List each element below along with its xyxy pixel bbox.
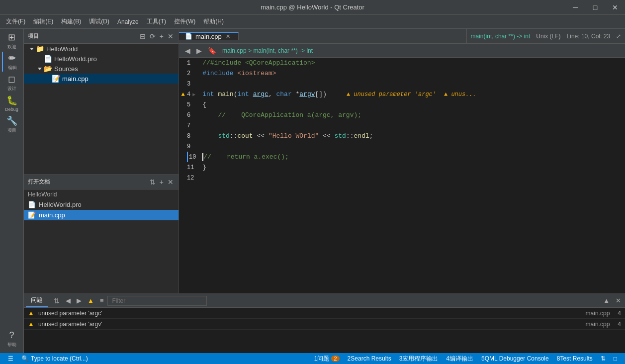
line-num-1: 1 (187, 58, 192, 68)
issue-line-argc: 4 (618, 310, 621, 317)
menu-build[interactable]: 构建(B) (57, 15, 85, 28)
code-line-12 (202, 173, 621, 183)
qml-tab-num: 5 (481, 355, 485, 362)
activity-project[interactable]: 🔧 项目 (2, 114, 22, 134)
activity-design[interactable]: ◻ 设计 (2, 73, 22, 92)
statusbar-menu-toggle[interactable]: ☰ (4, 353, 17, 364)
titlebar-title: main.cpp @ HelloWorld - Qt Creator (261, 3, 364, 11)
menu-file[interactable]: 文件(F) (2, 15, 29, 28)
open-documents-list: HelloWorld 📄 HelloWorld.pro 📝 main.cpp (24, 189, 179, 220)
activity-edit[interactable]: ✏ 编辑 (2, 52, 22, 72)
editor-expand-icon[interactable]: ⤢ (616, 33, 621, 40)
code-content[interactable]: //#include <QCoreApplication> #include <… (198, 58, 625, 293)
editor-tabs-bar: 📄 main.cpp ✕ main(int, char **) -> int U… (179, 29, 625, 44)
statusbar-right-square[interactable]: □ (610, 353, 621, 364)
open-doc-pro-icon: 📄 (28, 201, 36, 208)
tree-item-sources[interactable]: 📂 Sources (24, 64, 179, 74)
tree-item-helloworld[interactable]: 📁 HelloWorld (24, 44, 179, 54)
statusbar-tab-compout[interactable]: 4 编译输出 (442, 353, 477, 364)
code-line-8: std::cout << "Hello WOrld" << std::endl; (202, 131, 621, 141)
code-line-3 (202, 79, 621, 89)
issue-line-argv: 4 (618, 321, 621, 328)
open-docs-close-icon[interactable]: ✕ (167, 177, 175, 187)
nav-forward-button[interactable]: ▶ (194, 46, 204, 56)
issues-filter-input[interactable] (107, 296, 207, 306)
issues-warning-icon[interactable]: ▲ (86, 296, 96, 305)
menu-debug[interactable]: 调试(D) (85, 15, 113, 28)
open-documents-panel: 打开文档 ⇅ + ✕ HelloWorld 📄 Hell (24, 174, 179, 293)
maximize-button[interactable]: □ (585, 0, 605, 15)
open-docs-project-name: HelloWorld (28, 191, 57, 198)
statusbar-right-arrows[interactable]: ⇅ (597, 353, 610, 364)
issues-next-icon[interactable]: ▶ (75, 296, 84, 305)
issues-filter-toggle-icon[interactable]: ≡ (98, 296, 106, 305)
edit-icon: ✏ (8, 53, 16, 64)
test-tab-label: Test Results (560, 355, 592, 362)
issue-row-argv[interactable]: ▲ unused parameter 'argv' main.cpp 4 (24, 319, 625, 330)
nav-back-button[interactable]: ◀ (183, 46, 192, 56)
status-right: 1 问题 2 2 Search Results 3 应用程序输出 4 编译输出 … (310, 353, 621, 364)
pro-file-icon: 📄 (44, 55, 52, 63)
sidebar-add-icon[interactable]: + (159, 31, 165, 41)
editor-toolbar: ◀ ▶ 🔖 main.cpp > main(int, char **) -> i… (179, 44, 625, 58)
debug-icon: 🐛 (6, 95, 17, 106)
open-docs-sort-icon[interactable]: ⇅ (149, 177, 157, 187)
activity-debug[interactable]: 🐛 Debug (2, 93, 22, 113)
issues-prev-icon[interactable]: ◀ (64, 296, 73, 305)
menu-tools[interactable]: 工具(T) (143, 15, 170, 28)
open-doc-maincpp[interactable]: 📝 main.cpp (24, 210, 179, 220)
activity-help[interactable]: ? 帮助 (2, 329, 22, 349)
open-doc-helloworld-pro[interactable]: 📄 HelloWorld.pro (24, 199, 179, 210)
minimize-button[interactable]: ─ (565, 0, 585, 15)
gutter: ▲ 1 ▲ 2 ▲ 3 (179, 58, 198, 293)
statusbar-tab-appout[interactable]: 3 应用程序输出 (395, 353, 443, 364)
line-num-12: 12 (187, 173, 196, 183)
panel-tabs: 问题 ⇅ ◀ ▶ ▲ ≡ ▲ ✕ (24, 294, 625, 308)
issue-message-argv: unused parameter 'argv' (38, 321, 102, 328)
top-pane: 项目 ⊟ ⟳ + ✕ 📁 HelloWorld (24, 29, 625, 293)
tree-item-helloworld-pro[interactable]: 📄 HelloWorld.pro (24, 54, 179, 64)
menu-edit[interactable]: 编辑(E) (29, 15, 57, 28)
project-icon: 🔧 (6, 115, 17, 126)
code-line-1: //#include <QCoreApplication> (202, 58, 621, 68)
menu-analyze[interactable]: Analyze (113, 16, 143, 27)
tab-close-button[interactable]: ✕ (226, 33, 230, 40)
code-line-4: int main(int argc, char *argv[]) ▲ unuse… (202, 89, 621, 99)
activity-welcome[interactable]: ⊞ 欢迎 (2, 31, 22, 51)
issue-row-argc[interactable]: ▲ unused parameter 'argc' main.cpp 4 (24, 308, 625, 319)
statusbar-tab-issues[interactable]: 1 问题 2 (310, 353, 344, 364)
breadcrumb-function: main.cpp > main(int, char **) -> int (222, 47, 313, 54)
statusbar-tab-qml[interactable]: 5 QML Debugger Console (477, 353, 553, 364)
sidebar-close-icon[interactable]: ✕ (167, 31, 175, 41)
nav-bookmark-button[interactable]: 🔖 (206, 46, 218, 56)
cpp-file-icon: 📝 (52, 75, 60, 83)
menu-controls[interactable]: 控件(W) (170, 15, 199, 28)
panel-expand-icon[interactable]: ▲ (601, 296, 612, 305)
panel-tab-issues[interactable]: 问题 (26, 294, 48, 307)
statusbar-tab-search[interactable]: 2 Search Results (344, 353, 395, 364)
close-button[interactable]: ✕ (605, 0, 625, 15)
open-docs-add-icon[interactable]: + (159, 177, 165, 187)
code-line-5: { (202, 99, 621, 110)
help-icon: ? (9, 330, 14, 341)
editor-area: 📄 main.cpp ✕ main(int, char **) -> int U… (179, 29, 625, 293)
statusbar-tab-test[interactable]: 8 Test Results (553, 353, 597, 364)
open-documents-icons: ⇅ + ✕ (149, 177, 175, 187)
fold-arrow-4[interactable]: ▶ (192, 91, 198, 97)
tree-item-maincpp[interactable]: 📝 main.cpp (24, 74, 179, 84)
panel-close-icon[interactable]: ✕ (614, 296, 623, 305)
issues-sort-icon[interactable]: ⇅ (52, 296, 62, 306)
line-num-5: 5 (187, 99, 192, 110)
sidebar-sync-icon[interactable]: ⟳ (149, 31, 157, 41)
statusbar-search[interactable]: 🔍 Type to locate (Ctrl...) (17, 353, 92, 364)
search-results-tab-label: Search Results (351, 355, 391, 362)
warning-gutter-4: ▲ (179, 91, 187, 98)
bottom-panel: 问题 ⇅ ◀ ▶ ▲ ≡ ▲ ✕ ▲ unused parameter 'arg… (24, 293, 625, 353)
tab-label-maincpp: main.cpp (195, 33, 222, 40)
editor-tab-maincpp[interactable]: 📄 main.cpp ✕ (179, 32, 239, 40)
tree-arrow-sources (36, 68, 44, 70)
test-tab-num: 8 (557, 355, 560, 362)
sidebar-filter-icon[interactable]: ⊟ (139, 31, 147, 41)
menu-help[interactable]: 帮助(H) (199, 15, 228, 28)
code-editor[interactable]: ▲ 1 ▲ 2 ▲ 3 (179, 58, 625, 293)
